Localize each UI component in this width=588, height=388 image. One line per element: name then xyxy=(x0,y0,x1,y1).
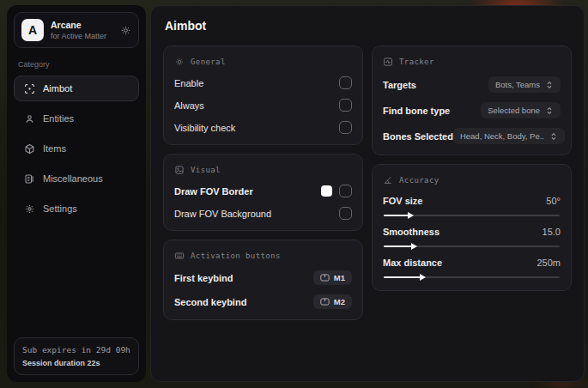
keybind-label: Second keybind xyxy=(174,297,246,307)
slider-value: 50° xyxy=(546,196,561,206)
always-checkbox[interactable] xyxy=(339,99,352,112)
chevron-up-down-icon xyxy=(549,132,558,141)
card-header-label: General xyxy=(191,58,226,66)
card-header-label: Activation buttons xyxy=(191,252,281,260)
slider-group: Max distance 250m xyxy=(383,258,561,278)
fov-border-color-swatch[interactable] xyxy=(321,185,332,197)
chevron-up-down-icon xyxy=(545,81,554,89)
toggle-row: Always xyxy=(174,99,352,112)
card-header-label: Visual xyxy=(191,166,221,174)
select-label: Bones Selected xyxy=(383,131,453,142)
sidebar-item-label: Aimbot xyxy=(43,83,72,94)
keybind-row: Second keybind M2 xyxy=(174,294,352,309)
general-card: General Enable Always Visibility check xyxy=(163,45,363,145)
accuracy-card: Accuracy FOV size 50° xyxy=(372,164,572,291)
main-panel: Aimbot General Enable xyxy=(150,5,585,382)
brand-logo: A xyxy=(21,19,44,41)
keybind-row: First keybind M1 xyxy=(174,270,352,285)
max-distance-slider[interactable] xyxy=(384,276,560,278)
fov-size-slider[interactable] xyxy=(384,215,560,216)
toggle-row: Visibility check xyxy=(174,121,352,134)
first-keybind-button[interactable]: M1 xyxy=(313,270,352,285)
slider-label: Max distance xyxy=(383,258,442,268)
toggle-row: Draw FOV Background xyxy=(174,207,352,220)
toggle-label: Draw FOV Background xyxy=(174,209,271,219)
slider-group: FOV size 50° xyxy=(383,196,561,216)
sidebar-item-label: Entities xyxy=(43,113,74,124)
select-value: Selected bone xyxy=(488,106,540,115)
activation-card: Activation buttons First keybind M1 xyxy=(163,239,363,320)
slider-fill[interactable] xyxy=(384,276,421,278)
keybind-value: M1 xyxy=(334,273,345,282)
draw-fov-border-checkbox[interactable] xyxy=(339,185,352,197)
sidebar-item-entities[interactable]: Entities xyxy=(14,106,139,131)
select-label: Find bone type xyxy=(383,106,450,116)
gear-icon xyxy=(23,203,35,215)
angle-icon xyxy=(383,175,393,185)
smoothness-slider[interactable] xyxy=(384,246,560,247)
game-background: A Arcane for Active Matter Category xyxy=(0,0,588,388)
enable-checkbox[interactable] xyxy=(339,76,352,89)
activity-icon xyxy=(383,57,393,67)
toggle-label: Visibility check xyxy=(174,123,235,133)
sidebar-item-label: Miscellaneous xyxy=(43,173,103,184)
app-window: A Arcane for Active Matter Category xyxy=(7,5,585,382)
brand-card: A Arcane for Active Matter xyxy=(14,12,139,48)
person-target-icon xyxy=(23,112,35,124)
mouse-icon xyxy=(320,274,330,282)
toggle-label: Always xyxy=(174,100,204,111)
second-keybind-button[interactable]: M2 xyxy=(313,294,352,309)
sun-icon xyxy=(174,57,185,67)
visibility-check-checkbox[interactable] xyxy=(339,121,352,134)
card-header-label: Tracker xyxy=(399,58,434,66)
session-duration-text: Session duration 22s xyxy=(22,359,130,367)
bones-selected-select[interactable]: Head, Neck, Body, Pe.. xyxy=(453,128,565,144)
crosshair-icon xyxy=(23,82,35,94)
toggle-label: Draw FOV Border xyxy=(174,186,253,197)
toggle-row: Enable xyxy=(174,76,352,89)
mouse-icon xyxy=(320,298,330,306)
subscription-card: Sub expires in 29d 09h Session duration … xyxy=(14,337,139,375)
select-row: Bones Selected Head, Neck, Body, Pe.. xyxy=(383,128,561,144)
visual-card: Visual Draw FOV Border Draw FOV Backgrou… xyxy=(163,154,363,231)
gear-icon[interactable] xyxy=(120,25,131,36)
sidebar-item-aimbot[interactable]: Aimbot xyxy=(14,76,139,101)
select-label: Targets xyxy=(383,80,416,90)
slider-value: 15.0 xyxy=(543,227,561,237)
draw-fov-background-checkbox[interactable] xyxy=(339,207,352,220)
keyboard-icon xyxy=(174,251,185,261)
sidebar-nav: Aimbot Entities xyxy=(14,76,139,226)
select-row: Targets Bots, Teams xyxy=(383,76,561,93)
sidebar-item-settings[interactable]: Settings xyxy=(14,196,139,221)
select-row: Find bone type Selected bone xyxy=(383,102,561,118)
slider-group: Smoothness 15.0 xyxy=(383,227,561,247)
slider-label: FOV size xyxy=(383,196,422,206)
toggle-row: Draw FOV Border xyxy=(174,185,352,197)
page-title: Aimbot xyxy=(165,19,570,33)
toggle-label: Enable xyxy=(174,78,203,88)
keybind-label: First keybind xyxy=(174,273,233,283)
list-icon xyxy=(23,173,35,185)
sidebar: A Arcane for Active Matter Category xyxy=(7,5,146,382)
category-label: Category xyxy=(18,60,135,69)
image-icon xyxy=(174,165,185,175)
targets-select[interactable]: Bots, Teams xyxy=(488,76,561,93)
sidebar-item-label: Settings xyxy=(43,203,77,214)
sidebar-item-label: Items xyxy=(43,143,66,154)
brand-name: Arcane xyxy=(51,20,106,30)
slider-fill[interactable] xyxy=(384,246,412,247)
sidebar-item-items[interactable]: Items xyxy=(14,136,139,161)
chevron-up-down-icon xyxy=(545,106,554,115)
sidebar-item-miscellaneous[interactable]: Miscellaneous xyxy=(14,166,139,191)
cube-icon xyxy=(23,142,35,155)
select-value: Bots, Teams xyxy=(495,80,540,89)
slider-label: Smoothness xyxy=(383,227,439,237)
sub-expiry-text: Sub expires in 29d 09h xyxy=(22,345,130,355)
select-value: Head, Neck, Body, Pe.. xyxy=(460,131,544,141)
slider-fill[interactable] xyxy=(384,215,409,216)
find-bone-type-select[interactable]: Selected bone xyxy=(481,102,561,118)
tracker-card: Tracker Targets Bots, Teams xyxy=(372,45,572,155)
brand-subtitle: for Active Matter xyxy=(51,32,106,40)
keybind-value: M2 xyxy=(334,297,345,306)
slider-value: 250m xyxy=(536,258,561,268)
